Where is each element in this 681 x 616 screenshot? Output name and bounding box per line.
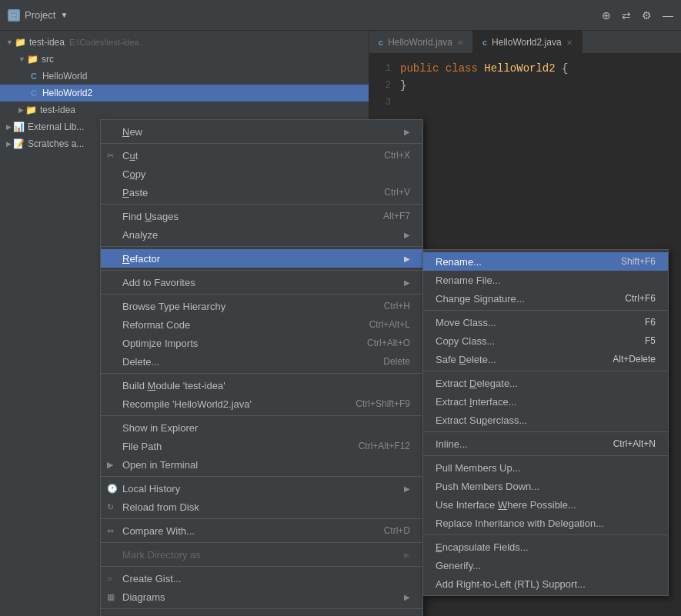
- submenu-item-inline[interactable]: Inline... Ctrl+Alt+N: [423, 435, 668, 453]
- submenu-item-safe-delete[interactable]: Safe Delete... Alt+Delete: [423, 350, 668, 368]
- menu-item-refactor[interactable]: Refactor ▶ Rename... Shift+F6 Rename Fil…: [101, 249, 422, 268]
- svg-rect-1: [12, 14, 16, 15]
- submenu-label-use-interface: Use Interface Where Possible...: [436, 499, 576, 511]
- change-sig-shortcut: Ctrl+F6: [606, 293, 656, 304]
- tree-label-helloworld: HelloWorld: [42, 71, 87, 82]
- menu-item-file-path[interactable]: File Path Ctrl+Alt+F12: [101, 437, 422, 455]
- submenu-item-use-interface[interactable]: Use Interface Where Possible...: [423, 495, 668, 514]
- submenu-label-generify: Generify...: [436, 560, 481, 571]
- submenu-sep-4: [423, 455, 668, 456]
- menu-item-add-favorites[interactable]: Add to Favorites ▶: [101, 273, 422, 291]
- submenu-item-pull-members[interactable]: Pull Members Up...: [423, 458, 668, 477]
- tab-helloworld[interactable]: c HelloWorld.java ✕: [369, 31, 473, 54]
- submenu-label-pull-members: Pull Members Up...: [436, 462, 521, 474]
- submenu-item-rename[interactable]: Rename... Shift+F6: [423, 252, 668, 271]
- menu-item-copy[interactable]: Copy: [101, 165, 422, 183]
- submenu-arrow-refactor: ▶: [404, 255, 410, 263]
- menu-item-analyze[interactable]: Analyze ▶: [101, 225, 422, 244]
- submenu-item-extract-interface[interactable]: Extract Interface...: [423, 392, 668, 411]
- submenu-item-rtl[interactable]: Add Right-to-Left (RTL) Support...: [423, 574, 668, 593]
- menu-item-find-usages[interactable]: Find Usages Alt+F7: [101, 207, 422, 225]
- menu-item-reload-disk[interactable]: ↻ Reload from Disk: [101, 498, 422, 516]
- paste-shortcut: Ctrl+V: [366, 187, 410, 198]
- ide-window: Project ▼ ⊕ ⇄ ⚙ — ▼ 📁 test-idea E:\Codes…: [0, 0, 681, 616]
- svg-rect-3: [12, 17, 15, 18]
- menu-item-local-history[interactable]: 🕐 Local History ▶: [101, 479, 422, 498]
- menu-item-browse-hierarchy[interactable]: Browse Type Hierarchy Ctrl+H: [101, 297, 422, 315]
- tab-close-helloworld2[interactable]: ✕: [566, 38, 573, 47]
- menu-item-open-terminal[interactable]: ▶ Open in Terminal: [101, 455, 422, 474]
- menu-item-recompile[interactable]: Recompile 'HelloWorld2.java' Ctrl+Shift+…: [101, 395, 422, 413]
- tab-label-helloworld: HelloWorld.java: [388, 37, 452, 48]
- project-dropdown-arrow[interactable]: ▼: [60, 11, 68, 19]
- library-icon: 📊: [13, 122, 25, 132]
- submenu-item-replace-inheritance[interactable]: Replace Inheritance with Delegation...: [423, 514, 668, 532]
- submenu-item-copy-class[interactable]: Copy Class... F5: [423, 331, 668, 350]
- submenu-label-rtl: Add Right-to-Left (RTL) Support...: [436, 578, 586, 590]
- submenu-label-encapsulate: Encapsulate Fields...: [436, 541, 529, 553]
- submenu-item-extract-delegate[interactable]: Extract Delegate...: [423, 374, 668, 392]
- menu-label-analyze: Analyze: [122, 229, 158, 241]
- submenu-item-move-class[interactable]: Move Class... F6: [423, 313, 668, 331]
- menu-item-reformat[interactable]: Reformat Code Ctrl+Alt+L: [101, 315, 422, 334]
- submenu-label-change-sig: Change Signature...: [436, 293, 525, 305]
- menu-sep-9: [101, 518, 422, 519]
- submenu-item-generify[interactable]: Generify...: [423, 556, 668, 574]
- submenu-arrow-favorites: ▶: [404, 278, 410, 287]
- settings-icon[interactable]: ⚙: [642, 9, 652, 22]
- menu-item-paste[interactable]: Paste Ctrl+V: [101, 183, 422, 201]
- submenu-item-push-members[interactable]: Push Members Down...: [423, 477, 668, 495]
- menu-item-cut[interactable]: ✂ Cut Ctrl+X: [101, 146, 422, 165]
- menu-sep-12: [101, 608, 422, 609]
- tree-item-helloworld[interactable]: C HelloWorld: [0, 68, 369, 85]
- submenu-sep-5: [423, 534, 668, 535]
- menu-label-optimize-imports: Optimize Imports: [122, 338, 198, 349]
- tab-helloworld2[interactable]: c HelloWorld2.java ✕: [473, 31, 583, 54]
- submenu-label-replace-inheritance: Replace Inheritance with Delegation...: [436, 518, 604, 529]
- menu-item-new[interactable]: New ▶: [101, 122, 422, 141]
- menu-item-compare[interactable]: ⇔ Compare With... Ctrl+D: [101, 521, 422, 540]
- menu-label-build-module: Build Module 'test-idea': [122, 380, 225, 391]
- refactor-submenu: Rename... Shift+F6 Rename File... Change…: [422, 249, 669, 596]
- menu-label-mark-directory: Mark Directory as: [122, 549, 201, 561]
- tab-java-icon-2: c: [482, 38, 487, 47]
- menu-sep-3: [101, 246, 422, 247]
- globe-icon[interactable]: ⊕: [602, 9, 611, 22]
- menu-item-show-explorer[interactable]: Show in Explorer: [101, 418, 422, 437]
- menu-label-copy: Copy: [122, 168, 145, 180]
- tree-item-src[interactable]: ▼ 📁 src: [0, 51, 369, 68]
- tab-close-helloworld[interactable]: ✕: [457, 38, 463, 47]
- terminal-icon: ▶: [107, 460, 113, 470]
- copy-class-shortcut: F5: [626, 335, 656, 346]
- submenu-sep-2: [423, 371, 668, 371]
- menu-label-file-path: File Path: [122, 441, 162, 452]
- minimize-icon[interactable]: —: [663, 9, 673, 22]
- menu-label-browse-hierarchy: Browse Type Hierarchy: [122, 301, 225, 312]
- java-icon-helloworld2: C: [31, 88, 37, 98]
- menu-item-create-gist[interactable]: ○ Create Gist...: [101, 569, 422, 588]
- main-content: ▼ 📁 test-idea E:\Codes\test-idea ▼ 📁 src…: [0, 31, 681, 616]
- menu-item-optimize-imports[interactable]: Optimize Imports Ctrl+Alt+O: [101, 334, 422, 352]
- sync-icon[interactable]: ⇄: [622, 9, 631, 22]
- submenu-item-rename-file[interactable]: Rename File...: [423, 271, 668, 289]
- tree-arrow-module: ▶: [18, 106, 24, 114]
- submenu-item-extract-superclass[interactable]: Extract Superclass...: [423, 411, 668, 429]
- menu-item-convert-kotlin[interactable]: Convert Java File to Kotlin File Ctrl+Al…: [101, 611, 422, 616]
- tree-item-test-idea-root[interactable]: ▼ 📁 test-idea E:\Codes\test-idea: [0, 34, 369, 51]
- cut-icon: ✂: [107, 151, 114, 161]
- submenu-label-extract-interface: Extract Interface...: [436, 396, 517, 408]
- submenu-item-encapsulate[interactable]: Encapsulate Fields...: [423, 538, 668, 556]
- menu-item-delete[interactable]: Delete... Delete: [101, 352, 422, 371]
- file-path-shortcut: Ctrl+Alt+F12: [340, 441, 410, 451]
- project-icon: [8, 9, 20, 22]
- code-line-3: 3: [369, 94, 681, 111]
- menu-item-diagrams[interactable]: ▦ Diagrams ▶: [101, 588, 422, 606]
- tree-item-test-idea-module[interactable]: ▶ 📁 test-idea: [0, 102, 369, 118]
- menu-label-find-usages: Find Usages: [122, 211, 179, 222]
- menu-label-reload-disk: Reload from Disk: [122, 501, 199, 513]
- svg-rect-2: [12, 15, 16, 16]
- submenu-label-rename-file: Rename File...: [436, 275, 501, 286]
- tree-item-helloworld2[interactable]: C HelloWorld2: [0, 85, 369, 102]
- menu-item-build-module[interactable]: Build Module 'test-idea': [101, 376, 422, 395]
- submenu-item-change-sig[interactable]: Change Signature... Ctrl+F6: [423, 289, 668, 308]
